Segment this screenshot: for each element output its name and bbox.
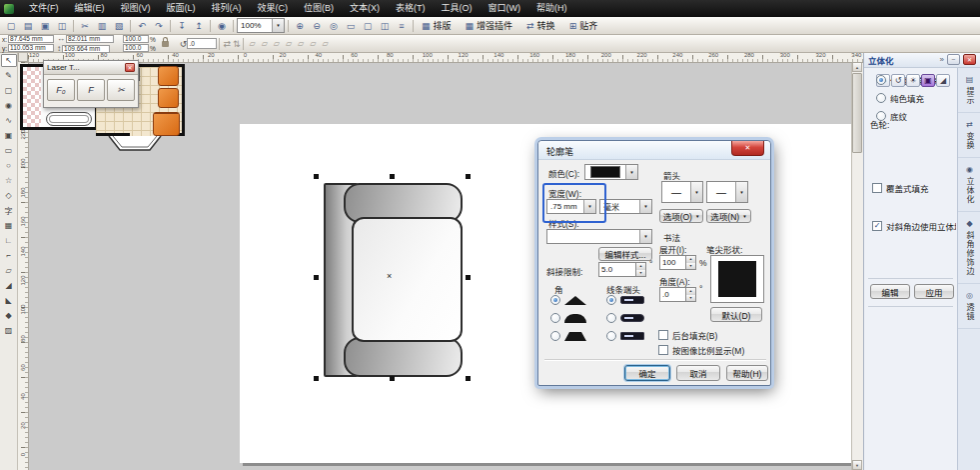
crop-tool[interactable]: ▢	[1, 84, 17, 97]
ellipse-tool[interactable]: ○	[1, 159, 17, 172]
chevron-right-icon[interactable]: »	[940, 55, 944, 64]
to-back-icon[interactable]: ▱	[285, 39, 293, 48]
menu-item[interactable]: 视图(V)	[113, 0, 159, 17]
behind-fill-option[interactable]: 后台填充(B)	[658, 329, 717, 341]
back-one-icon[interactable]: ▱	[309, 39, 317, 48]
selection-handle[interactable]	[390, 174, 395, 179]
fill-option[interactable]: 纯色填充	[876, 92, 957, 104]
docker-tab[interactable]: ⇄ 变换	[958, 113, 980, 158]
arrow-start-combo[interactable]: — ▼	[661, 181, 703, 203]
selection-handle[interactable]	[466, 275, 471, 280]
minimize-icon[interactable]: –	[947, 54, 960, 65]
radio-icon[interactable]	[876, 93, 886, 103]
import-icon[interactable]: ↧	[174, 19, 190, 33]
apply-button[interactable]: 应用	[914, 284, 954, 299]
toolbar-labeled-button[interactable]: ⊞ 贴齐	[564, 19, 603, 33]
extrude-rotate-icon[interactable]: ↺	[891, 74, 905, 87]
radio-icon[interactable]	[606, 295, 616, 305]
to-front-icon[interactable]: ▱	[273, 39, 281, 48]
paste-icon[interactable]: ▧	[111, 19, 127, 33]
zoom-tool[interactable]: ◉	[1, 99, 17, 112]
selection-handle[interactable]	[466, 174, 471, 179]
export-icon[interactable]: ↥	[191, 19, 207, 33]
eyedropper-tool[interactable]: ◢	[1, 279, 17, 292]
miter-limit-spinner[interactable]: 5.0 ▲▼	[598, 262, 646, 277]
basic-shapes-tool[interactable]: ◇	[1, 189, 17, 202]
checkbox-icon[interactable]	[872, 183, 882, 193]
checkbox-icon[interactable]	[658, 330, 668, 340]
radio-icon[interactable]	[550, 313, 560, 323]
new-document-icon[interactable]: ▢	[3, 19, 19, 33]
scrollbar-thumb[interactable]	[852, 73, 862, 153]
smart-fill-tool[interactable]: ▣	[1, 129, 17, 142]
menu-item[interactable]: 文本(X)	[342, 0, 388, 17]
scale-with-image-option[interactable]: 按图像比例显示(M)	[658, 344, 744, 356]
freehand-tool[interactable]: ∿	[1, 114, 17, 127]
toolbar-labeled-button[interactable]: ⇄ 转换	[521, 19, 560, 33]
laser-tool-f[interactable]: F	[77, 79, 105, 101]
menu-item[interactable]: 编辑(E)	[67, 0, 113, 17]
nib-shape-preview[interactable]	[710, 255, 764, 303]
docker-tab[interactable]: ◎ 透镜	[958, 284, 980, 329]
scroll-up-icon[interactable]: ▲	[852, 62, 862, 72]
zoom-selected-icon[interactable]: ◎	[326, 19, 342, 33]
to-back-of-page-icon[interactable]: ▱	[261, 39, 269, 48]
ok-button[interactable]: 确定	[624, 365, 670, 381]
spin-down-icon[interactable]: ▼	[686, 263, 695, 270]
undo-icon[interactable]: ↶	[134, 19, 150, 33]
arrow-end-combo[interactable]: — ▼	[706, 181, 748, 203]
zoom-out-icon[interactable]: ⊖	[309, 19, 325, 33]
chevron-down-icon[interactable]: ▼	[735, 182, 747, 202]
arrow-options-end-button[interactable]: 选项(N)▼	[706, 209, 751, 223]
radio-icon[interactable]	[550, 331, 560, 341]
scale-x-field[interactable]: 100.0	[123, 35, 149, 43]
docker-tab[interactable]: ◆ 斜角修饰边	[958, 212, 980, 284]
selection-handle[interactable]	[466, 376, 471, 381]
pick-tool[interactable]: ↖	[1, 54, 17, 67]
checkbox-icon[interactable]	[658, 345, 668, 355]
redo-icon[interactable]: ↷	[151, 19, 167, 33]
fill-tool[interactable]: ◆	[1, 309, 17, 322]
menu-item[interactable]: 位图(B)	[296, 0, 342, 17]
laser-tool-f0[interactable]: F₀	[47, 79, 75, 101]
default-button[interactable]: 默认(D)	[710, 307, 762, 322]
object-x-field[interactable]: 87.645 mm	[8, 35, 54, 43]
lock-ratio-icon[interactable]	[162, 41, 169, 47]
outline-pen-tool[interactable]: ◣	[1, 294, 17, 307]
selection-handle[interactable]	[314, 174, 319, 179]
selection-center-mark[interactable]: ×	[387, 271, 392, 281]
stretch-spinner[interactable]: 100 ▲▼	[659, 255, 696, 270]
cap-option-butt[interactable]	[606, 295, 644, 305]
edit-button[interactable]: 编辑	[870, 284, 910, 299]
help-button[interactable]: 帮助(H)	[726, 365, 768, 381]
scroll-down-icon[interactable]: ▼	[852, 460, 862, 470]
cap-option-round[interactable]	[606, 313, 644, 323]
mirror-horizontal-icon[interactable]: ⇄	[222, 39, 232, 49]
outline-color-picker[interactable]: ▼	[584, 164, 638, 180]
chevron-down-icon[interactable]: ▼	[625, 165, 637, 179]
cancel-button[interactable]: 取消	[676, 365, 720, 381]
scale-y-field[interactable]: 100.0	[123, 44, 149, 52]
selection-handle[interactable]	[314, 376, 319, 381]
application-launcher-icon[interactable]: ◉	[214, 19, 230, 33]
corner-option-bevel[interactable]	[550, 331, 586, 341]
radio-icon[interactable]	[606, 331, 616, 341]
radio-icon[interactable]	[876, 111, 886, 121]
copy-icon[interactable]: ▥	[94, 19, 110, 33]
close-icon[interactable]: ✕	[125, 63, 135, 72]
vertical-scrollbar[interactable]: ▲ ▼	[851, 62, 863, 470]
table-tool[interactable]: ▦	[1, 219, 17, 232]
menu-item[interactable]: 帮助(H)	[528, 0, 575, 17]
object-width-field[interactable]: 82.011 mm	[66, 35, 114, 43]
selection-handle[interactable]	[390, 376, 395, 381]
docker-tab[interactable]: ▤ 提示	[958, 68, 980, 113]
spin-down-icon[interactable]: ▼	[686, 295, 695, 302]
chevron-down-icon[interactable]: ▼	[639, 230, 651, 243]
angle-spinner[interactable]: .0 ▲▼	[659, 287, 696, 302]
chevron-down-icon[interactable]: ▼	[690, 182, 702, 202]
object-y-field[interactable]: 110.053 mm	[8, 44, 54, 52]
zoom-in-icon[interactable]: ⊕	[292, 19, 308, 33]
extrude-bevel-icon[interactable]: ◢	[936, 74, 950, 87]
save-icon[interactable]: ▣	[37, 19, 53, 33]
line-style-combo[interactable]: ▼	[546, 229, 652, 244]
